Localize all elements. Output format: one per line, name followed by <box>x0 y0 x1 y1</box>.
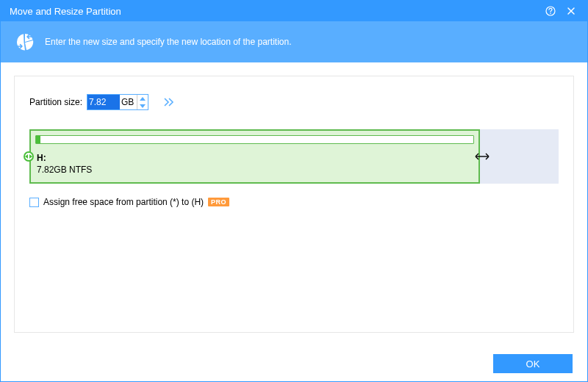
footer: OK <box>1 346 587 381</box>
partition-drive: H: <box>37 153 92 163</box>
assign-checkbox[interactable] <box>29 198 39 207</box>
help-icon <box>545 6 556 16</box>
size-spinner <box>137 95 148 109</box>
ok-button[interactable]: OK <box>493 354 573 373</box>
main-panel: Partition size: GB <box>14 76 574 333</box>
banner-text: Enter the new size and specify the new l… <box>45 37 292 47</box>
partition-label: H: 7.82GB NTFS <box>37 153 92 175</box>
chevrons-right-icon <box>163 98 175 107</box>
spinner-up[interactable] <box>137 95 148 102</box>
assign-label: Assign free space from partition (*) to … <box>43 197 204 207</box>
partition-icon <box>14 31 36 53</box>
partition-diagram[interactable]: H: 7.82GB NTFS <box>29 129 559 184</box>
partition-size-input[interactable] <box>87 95 120 109</box>
partition-size-label: Partition size: <box>29 97 82 107</box>
size-row: Partition size: GB <box>29 94 559 110</box>
advanced-toggle[interactable] <box>163 98 175 107</box>
partition-block[interactable]: H: 7.82GB NTFS <box>29 129 480 184</box>
usage-fill <box>36 136 40 143</box>
svg-point-1 <box>550 13 551 15</box>
spinner-down[interactable] <box>137 102 148 109</box>
close-icon <box>567 7 576 15</box>
free-space-block <box>480 129 559 184</box>
titlebar: Move and Resize Partition <box>1 1 587 21</box>
close-button[interactable] <box>561 1 581 21</box>
banner: Enter the new size and specify the new l… <box>1 21 587 62</box>
partition-meta: 7.82GB NTFS <box>37 165 92 175</box>
help-button[interactable] <box>540 1 561 21</box>
assign-row: Assign free space from partition (*) to … <box>29 197 559 207</box>
usage-bar <box>35 135 474 144</box>
chevron-down-icon <box>140 104 146 108</box>
content-area: Partition size: GB <box>1 62 587 346</box>
resize-handle-left[interactable] <box>24 151 34 162</box>
chevron-up-icon <box>140 97 146 101</box>
pro-badge: PRO <box>208 198 229 206</box>
dialog-window: Move and Resize Partition Enter the <box>0 0 588 382</box>
window-title: Move and Resize Partition <box>10 6 540 17</box>
resize-handle-right[interactable] <box>475 151 490 162</box>
size-unit: GB <box>120 97 137 107</box>
partition-size-input-wrap: GB <box>87 94 148 110</box>
resize-horizontal-icon <box>475 152 490 161</box>
